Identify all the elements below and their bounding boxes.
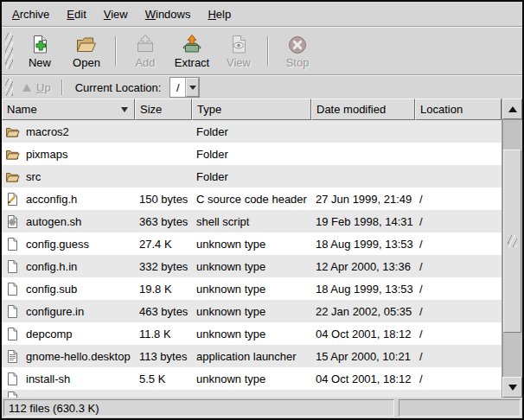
menu-windows[interactable]: Windows (137, 3, 200, 25)
table-row[interactable]: configure.in463 bytesunknown type22 Jan … (2, 300, 502, 322)
cell-location: / (415, 372, 502, 385)
toolbar-button-label: View (227, 57, 251, 69)
cell-size: 332 bytes (135, 260, 192, 273)
table-row[interactable]: config.h.in332 bytesunknown type12 Apr 2… (2, 255, 502, 277)
toolbar: NewOpenAddExtractViewStop (2, 28, 522, 74)
location-combo-dropdown-button[interactable] (186, 78, 199, 97)
file-name: acconfig.h (26, 193, 77, 206)
cell-name (2, 391, 135, 398)
cell-location: / (415, 305, 502, 318)
up-button-label: Up (36, 81, 51, 94)
extract-button[interactable]: Extract (169, 29, 215, 73)
vertical-scrollbar[interactable] (502, 99, 522, 398)
menu-archive[interactable]: Archive (3, 3, 58, 25)
file-name: macros2 (26, 125, 69, 138)
column-header-size[interactable]: Size (135, 99, 192, 120)
document-icon (5, 259, 20, 274)
file-list: macros2FolderpixmapsFoldersrcFolderaccon… (2, 120, 502, 398)
column-header-label: Location (420, 103, 463, 116)
up-arrow-icon (22, 84, 31, 92)
column-header-label: Type (197, 103, 221, 116)
locationbar-divider (61, 80, 63, 95)
column-header-name[interactable]: Name (2, 99, 135, 120)
cell-size: 27.4 K (135, 238, 192, 251)
scrollbar-thumb[interactable] (503, 150, 521, 333)
table-row[interactable]: acconfig.h150 bytesC source code header2… (2, 188, 502, 210)
table-row[interactable] (2, 390, 502, 398)
table-row[interactable]: install-sh5.5 Kunknown type04 Oct 2001, … (2, 367, 502, 390)
location-combo-entry[interactable]: / (170, 78, 186, 97)
locationbar-drag-handle[interactable] (5, 79, 13, 96)
table-row[interactable]: config.sub19.8 Kunknown type18 Aug 1999,… (2, 277, 502, 300)
table-row[interactable]: pixmapsFolder (2, 143, 502, 165)
add-files-icon (134, 34, 157, 56)
add-button[interactable]: Add (122, 29, 169, 73)
cell-date-modified: 18 Aug 1999, 13:53 (311, 238, 415, 251)
column-header-type[interactable]: Type (192, 99, 311, 120)
column-header-label: Size (140, 103, 162, 116)
scroll-up-button[interactable] (502, 99, 522, 119)
menu-view[interactable]: View (95, 3, 137, 25)
statusbar-message-frame: 112 files (630.3 K) (3, 399, 394, 417)
chevron-down-icon (189, 86, 196, 90)
document-icon (5, 237, 20, 251)
arrow-up-icon (508, 106, 517, 112)
column-header-date-modified[interactable]: Date modified (311, 99, 415, 120)
file-name: pixmaps (26, 148, 67, 161)
cell-date-modified: 15 Apr 2000, 10:21 (311, 350, 415, 363)
scrollbar-grip (508, 235, 517, 247)
cell-date-modified: 22 Jan 2002, 05:35 (311, 305, 415, 318)
toolbar-button-label: Open (73, 57, 100, 69)
cell-date-modified: 18 Aug 1999, 13:53 (311, 283, 415, 296)
cell-type: unknown type (192, 283, 311, 296)
table-row[interactable]: autogen.sh363 bytesshell script19 Feb 19… (2, 210, 502, 232)
cell-type: Folder (192, 148, 311, 161)
toolbar-drag-handle[interactable] (5, 33, 13, 69)
up-button[interactable]: Up (16, 80, 57, 96)
view-button[interactable]: View (215, 29, 262, 73)
document-gear-icon (5, 214, 20, 229)
stop-button[interactable]: Stop (274, 29, 321, 73)
table-row[interactable]: macros2Folder (2, 120, 502, 143)
table-row[interactable]: depcomp11.8 Kunknown type04 Oct 2001, 18… (2, 322, 502, 345)
arrow-down-icon (508, 385, 517, 391)
new-archive-icon (29, 34, 51, 56)
cell-name: install-sh (2, 372, 135, 386)
scroll-down-button[interactable] (502, 377, 522, 398)
toolbar-button-label: Extract (175, 57, 209, 69)
cell-name: config.sub (2, 282, 135, 296)
cell-name: depcomp (2, 327, 135, 341)
open-archive-icon (75, 34, 98, 56)
cell-type: Folder (192, 170, 311, 183)
menu-help[interactable]: Help (199, 3, 240, 25)
cell-location: / (415, 350, 502, 363)
location-bar: Up Current Location: / (2, 76, 522, 99)
cell-date-modified: 04 Oct 2001, 18:12 (311, 372, 415, 385)
document-pencil-icon (5, 192, 20, 207)
document-lines-icon (5, 349, 20, 364)
menu-edit[interactable]: Edit (58, 3, 94, 25)
cell-size: 5.5 K (135, 372, 192, 385)
cell-name: src (2, 169, 135, 184)
toolbar-button-label: Add (135, 57, 155, 69)
document-icon (5, 372, 20, 386)
open-button[interactable]: Open (63, 29, 110, 73)
stop-icon (286, 34, 309, 56)
cell-name: pixmaps (2, 147, 135, 162)
table-row[interactable]: config.guess27.4 Kunknown type18 Aug 199… (2, 232, 502, 255)
column-header-location[interactable]: Location (415, 99, 502, 120)
file-name: configure.in (26, 305, 84, 318)
cell-size: 363 bytes (135, 215, 192, 228)
table-row[interactable]: gnome-hello.desktop113 bytesapplication … (2, 345, 502, 367)
file-name: src (26, 170, 41, 183)
cell-type: unknown type (192, 372, 311, 385)
cell-type: unknown type (192, 260, 311, 273)
scrollbar-trough[interactable] (502, 119, 522, 377)
extract-archive-icon (181, 34, 203, 56)
toolbar-button-label: Stop (286, 57, 310, 69)
new-button[interactable]: New (16, 29, 63, 73)
table-row[interactable]: srcFolder (2, 165, 502, 188)
document-icon (5, 282, 20, 296)
cell-type: shell script (192, 215, 311, 228)
menubar: ArchiveEditViewWindowsHelp (2, 2, 522, 26)
